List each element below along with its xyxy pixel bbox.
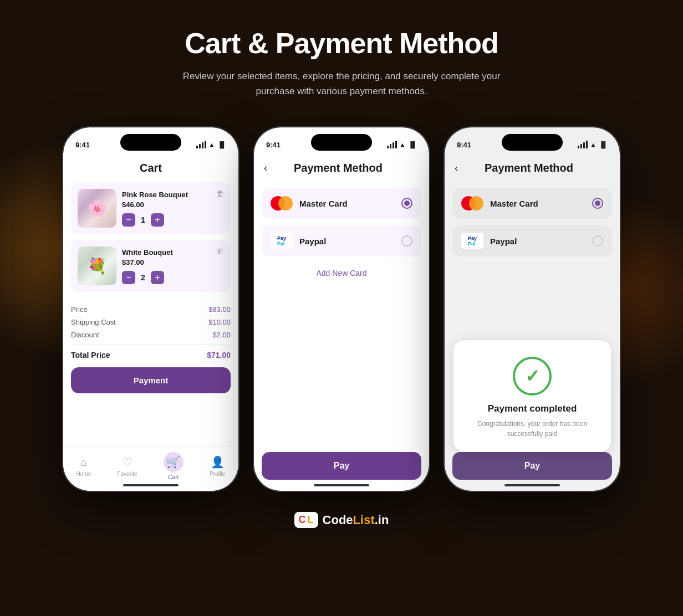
phone3-content: ‹ Payment Method Master Card [445, 156, 620, 491]
mastercard-left-3: Master Card [461, 196, 538, 211]
qty-control-1: − 1 + [122, 213, 224, 227]
item-name-1: Pink Rose Bouquet [122, 191, 224, 199]
paypal-option[interactable]: Pay Pal Paypal [262, 225, 421, 256]
cart-item-2: 💐 White Bouquet $37.00 − 2 + [71, 240, 231, 292]
phone2-screen: 9:41 ▲ ▐▌ ‹ Payment Method [254, 127, 429, 491]
shipping-row: Shipping Cost $10.00 [71, 318, 231, 326]
footer-in: .in [375, 513, 389, 527]
cart-items-list: 🌸 Pink Rose Bouquet $46.00 − 1 + [63, 182, 238, 292]
total-value: $71.00 [207, 351, 231, 360]
price-row: Price $83.00 [71, 305, 231, 314]
mastercard-logo-3 [461, 196, 483, 211]
delete-btn-2[interactable]: 🗑 [216, 247, 224, 255]
mastercard-option[interactable]: Master Card [262, 188, 421, 219]
status-icons-1: ▲ ▐▌ [196, 141, 226, 148]
qty-decrease-1[interactable]: − [122, 213, 135, 227]
discount-label: Discount [71, 331, 99, 339]
mc-circle-right-3 [469, 196, 483, 211]
footer-code: Code [323, 513, 353, 527]
page-title: Cart & Payment Method [11, 27, 672, 60]
signal-icon-3 [578, 141, 588, 148]
add-card-link[interactable]: Add New Card [262, 263, 421, 283]
payment-title-3: Payment Method [463, 162, 594, 174]
paypal-left: Pay Pal Paypal [271, 233, 326, 249]
status-icons-3: ▲ ▐▌ [578, 141, 608, 148]
back-button-3[interactable]: ‹ [455, 162, 458, 174]
paypal-left-3: Pay Pal Paypal [461, 233, 517, 249]
delete-btn-1[interactable]: 🗑 [216, 189, 224, 198]
nav-cart[interactable]: 🛒 Cart [164, 452, 184, 480]
item-image-1: 🌸 [78, 189, 116, 228]
item-image-2: 💐 [78, 247, 116, 285]
cart-title: Cart [63, 156, 238, 182]
phone1-screen: 9:41 ▲ ▐▌ Cart [63, 127, 238, 491]
codelist-logo: C L CodeList.in [294, 512, 389, 528]
cl-c-letter: C [299, 514, 306, 526]
status-time-1: 9:41 [75, 141, 90, 149]
phone-complete: 9:41 ▲ ▐▌ ‹ Payment Method [444, 126, 621, 492]
status-icons-2: ▲ ▐▌ [387, 141, 417, 148]
nav-fav-label: Favorite [117, 471, 137, 477]
shipping-value: $10.00 [208, 318, 231, 326]
complete-desc: Congratulations, your order has been suc… [465, 419, 600, 439]
mastercard-left: Master Card [271, 196, 348, 211]
footer-list: List [353, 513, 375, 527]
page-subtitle: Review your selected items, explore the … [170, 69, 513, 99]
phone3-screen: 9:41 ▲ ▐▌ ‹ Payment Method [445, 127, 620, 491]
status-time-2: 9:41 [266, 141, 281, 149]
cart-item-1: 🌸 Pink Rose Bouquet $46.00 − 1 + [71, 182, 231, 234]
dynamic-island-1 [120, 134, 181, 151]
paypal-label-3: Paypal [490, 237, 517, 246]
phones-container: 9:41 ▲ ▐▌ Cart [0, 115, 683, 503]
flower-white-img: 💐 [78, 247, 116, 285]
paypal-radio-3[interactable] [592, 235, 603, 247]
phone1-content: Cart 🌸 Pink Rose Bouquet $46.00 [63, 156, 238, 491]
nav-favorite[interactable]: ♡ Favorite [117, 455, 137, 477]
flower-pink-img: 🌸 [78, 189, 116, 228]
qty-decrease-2[interactable]: − [122, 271, 135, 284]
battery-icon-3: ▐▌ [599, 141, 608, 148]
paypal-logo-3: Pay Pal [461, 233, 483, 249]
item-details-2: White Bouquet $37.00 − 2 + [122, 248, 224, 284]
mastercard-label: Master Card [299, 199, 348, 208]
profile-icon: 👤 [211, 455, 225, 469]
phone-cart: 9:41 ▲ ▐▌ Cart [62, 126, 239, 492]
total-label: Total Price [71, 351, 110, 360]
qty-num-2: 2 [141, 273, 145, 282]
item-price-2: $37.00 [122, 258, 224, 266]
paypal-radio[interactable] [401, 235, 412, 247]
wifi-icon-2: ▲ [400, 141, 406, 148]
mastercard-radio[interactable] [401, 198, 412, 209]
total-row: Total Price $71.00 [71, 351, 231, 360]
mastercard-option-3[interactable]: Master Card [452, 188, 612, 219]
nav-home[interactable]: ⌂ Home [77, 456, 91, 477]
payment-button[interactable]: Payment [71, 367, 231, 393]
back-button-2[interactable]: ‹ [264, 162, 267, 174]
price-summary: Price $83.00 Shipping Cost $10.00 Discou… [63, 297, 238, 360]
paypal-option-3[interactable]: Pay Pal Paypal [452, 225, 612, 256]
complete-title: Payment completed [465, 403, 600, 414]
qty-control-2: − 2 + [122, 271, 224, 284]
qty-increase-2[interactable]: + [151, 271, 164, 284]
mastercard-radio-3[interactable] [592, 198, 603, 209]
footer-text: CodeList.in [323, 513, 389, 527]
home-indicator-2 [314, 484, 369, 486]
radio-inner-3 [595, 201, 600, 206]
mastercard-label-3: Master Card [490, 199, 538, 208]
cart-icon: 🛒 [166, 455, 180, 469]
item-price-1: $46.00 [122, 201, 224, 209]
cl-badge: C L [294, 512, 318, 528]
home-indicator-3 [504, 484, 560, 486]
pay-button-2[interactable]: Pay [262, 452, 421, 480]
home-indicator-1 [123, 484, 179, 486]
qty-increase-1[interactable]: + [151, 213, 164, 227]
payment-title-2: Payment Method [273, 162, 404, 174]
payment-complete-overlay: ✓ Payment completed Congratulations, you… [453, 340, 611, 452]
price-value: $83.00 [208, 305, 231, 314]
check-circle: ✓ [513, 357, 552, 396]
nav-profile[interactable]: 👤 Profile [210, 455, 225, 477]
pay-button-3[interactable]: Pay [452, 452, 612, 480]
phone-payment: 9:41 ▲ ▐▌ ‹ Payment Method [253, 126, 430, 492]
dynamic-island-3 [502, 134, 563, 151]
dynamic-island-2 [311, 134, 372, 151]
